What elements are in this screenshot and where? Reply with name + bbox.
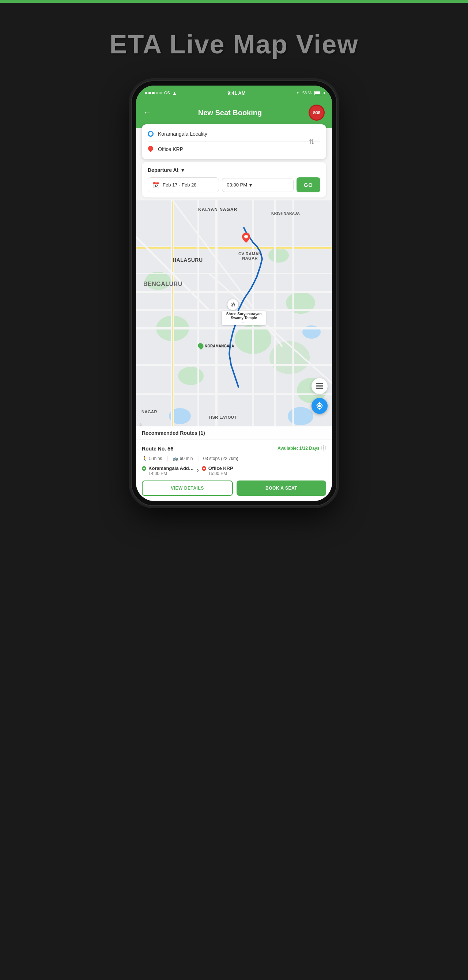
time-text: 03:00 PM	[227, 182, 247, 188]
wifi-icon: ▲	[172, 90, 177, 96]
map-label-nagar: NAGAR	[142, 410, 157, 414]
to-location-text: Office KRP	[158, 146, 320, 152]
map-label-bengaluru: Bengaluru	[143, 281, 183, 287]
from-stop-time: 14:00 PM	[148, 471, 194, 476]
time-picker[interactable]: 03:00 PM ▾	[222, 178, 293, 192]
recommended-routes-bar: Recommended Routes (1)	[136, 426, 332, 439]
signal-dot-4	[156, 92, 158, 94]
phone-screen: GS ▲ 9:41 AM ✦ 58 % ← New Seat Booking S…	[136, 86, 332, 501]
svg-rect-32	[316, 383, 323, 384]
svg-point-41	[143, 468, 145, 469]
to-stop-name: Office KRP	[209, 466, 233, 471]
svg-point-35	[318, 404, 321, 407]
routes-list-button[interactable]	[312, 378, 328, 394]
availability-text: Available: 1/12 Days	[277, 446, 320, 451]
search-box: Koramangala Locality Office KRP ⇅	[142, 124, 326, 159]
walk-time: 5 mins	[149, 456, 162, 461]
temple-label: Shree SuryanarayanSwamy Temple...	[222, 311, 266, 325]
search-box-inner: Koramangala Locality Office KRP ⇅	[148, 129, 320, 155]
stat-divider-1: |	[166, 455, 168, 462]
signal-dot-1	[145, 92, 147, 94]
koramangala-label-group: KORAMANGALA	[198, 343, 234, 349]
signal-dot-3	[152, 92, 154, 94]
map-area[interactable]: © KALYAN NAGAR KRISHNARAJA Halasuru CV R…	[136, 200, 332, 439]
sos-button[interactable]: SOS	[309, 105, 325, 121]
departure-section: Departure At ▾ 📅 Feb 17 - Feb 28 03:00 P…	[142, 162, 326, 197]
from-dot-icon	[148, 131, 154, 137]
svg-point-11	[288, 407, 314, 425]
svg-point-31	[244, 235, 248, 239]
info-icon[interactable]: ⓘ	[321, 445, 326, 452]
stop-to-details: Office KRP 15:00 PM	[209, 466, 233, 476]
carrier-text: GS	[164, 91, 170, 95]
map-fabs	[312, 378, 328, 414]
from-stop-name: Koramangala Add…	[148, 466, 194, 471]
map-label-krishna: KRISHNARAJA	[271, 212, 300, 215]
destination-marker	[242, 232, 250, 244]
status-time: 9:41 AM	[228, 90, 245, 96]
bus-stat: 🚌 60 min	[173, 456, 193, 461]
map-label-kalyan: KALYAN NAGAR	[198, 207, 237, 212]
search-divider	[148, 141, 320, 142]
map-label-halasuru: Halasuru	[173, 257, 203, 263]
stat-divider-2: |	[197, 455, 199, 462]
departure-label: Departure At ▾	[148, 167, 320, 173]
phone-frame: GS ▲ 9:41 AM ✦ 58 % ← New Seat Booking S…	[132, 81, 336, 505]
route-number-value: 56	[167, 445, 174, 452]
route-card: Route No. 56 Available: 1/12 Days ⓘ 🚶 5 …	[136, 439, 332, 501]
route-number: Route No. 56	[142, 445, 174, 452]
route-stats: 🚶 5 mins | 🚌 60 min | 03 stops (22.7km)	[142, 455, 326, 462]
bluetooth-icon: ✦	[296, 91, 299, 95]
battery-fill	[315, 91, 320, 94]
to-location-row[interactable]: Office KRP	[148, 144, 320, 155]
signal-dots	[145, 92, 162, 94]
to-stop: Office KRP 15:00 PM	[202, 466, 233, 476]
stops-info: 03 stops (22.7km)	[203, 456, 239, 461]
from-location-text: Koramangala Locality	[158, 131, 320, 137]
route-label: Route No.	[142, 446, 166, 452]
walk-stat: 🚶 5 mins	[142, 456, 162, 461]
status-right: ✦ 58 %	[296, 91, 323, 95]
svg-point-6	[178, 367, 204, 385]
departure-chevron-icon[interactable]: ▾	[181, 167, 184, 173]
svg-point-2	[268, 248, 289, 262]
signal-dot-2	[148, 92, 151, 94]
to-stop-time: 15:00 PM	[209, 471, 233, 476]
departure-controls: 📅 Feb 17 - Feb 28 03:00 PM ▾ GO	[148, 177, 320, 192]
map-label-cvraman: CV RAMANNAGAR	[239, 251, 261, 260]
view-details-button[interactable]: VIEW DETAILS	[142, 480, 233, 496]
route-header: Route No. 56 Available: 1/12 Days ⓘ	[142, 445, 326, 452]
battery-icon	[314, 91, 323, 95]
svg-rect-33	[316, 385, 323, 387]
time-chevron-icon: ▾	[249, 182, 252, 188]
date-picker[interactable]: 📅 Feb 17 - Feb 28	[148, 177, 219, 192]
battery-percent: 58 %	[302, 91, 312, 95]
to-pin-icon	[148, 146, 154, 153]
route-arrow-icon: ›	[197, 466, 199, 474]
header-title: New Seat Booking	[198, 108, 262, 117]
route-stops: Koramangala Add… 14:00 PM › Office KRP	[142, 466, 326, 476]
signal-dot-5	[159, 92, 162, 94]
status-bar: GS ▲ 9:41 AM ✦ 58 %	[136, 86, 332, 100]
app-header: ← New Seat Booking SOS	[136, 100, 332, 128]
go-button[interactable]: GO	[296, 177, 320, 192]
from-location-row[interactable]: Koramangala Locality	[148, 129, 320, 139]
swap-button[interactable]: ⇅	[309, 138, 314, 146]
page-title: ETA Live Map View	[110, 29, 359, 59]
route-actions: VIEW DETAILS BOOK A SEAT	[142, 480, 326, 496]
svg-point-42	[203, 468, 205, 469]
book-seat-button[interactable]: BOOK A SEAT	[237, 480, 326, 496]
availability-container: Available: 1/12 Days ⓘ	[277, 445, 326, 452]
calendar-icon: 📅	[153, 181, 160, 188]
date-range-text: Feb 17 - Feb 28	[163, 182, 197, 188]
back-button[interactable]: ←	[143, 108, 151, 118]
stops-stat: 03 stops (22.7km)	[203, 456, 239, 461]
om-marker: ॐ	[228, 299, 239, 310]
map-label-hsr: HSR LAYOUT	[209, 415, 237, 419]
svg-rect-34	[316, 388, 323, 389]
stop-from-details: Koramangala Add… 14:00 PM	[148, 466, 194, 476]
my-location-button[interactable]	[312, 398, 328, 414]
bus-time: 60 min	[180, 456, 193, 461]
map-canvas: © KALYAN NAGAR KRISHNARAJA Halasuru CV R…	[136, 200, 332, 439]
bus-icon: 🚌	[173, 456, 178, 461]
